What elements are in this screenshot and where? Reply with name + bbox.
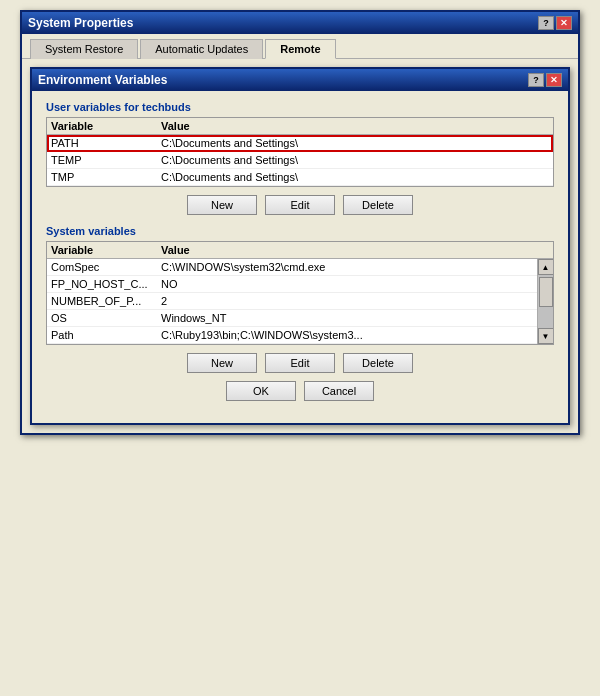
scroll-up-arrow[interactable]: ▲ xyxy=(538,259,554,275)
sys-row-2-var: NUMBER_OF_P... xyxy=(51,295,161,307)
sys-row-2-val: 2 xyxy=(161,295,533,307)
tab-system-restore[interactable]: System Restore xyxy=(30,39,138,59)
inner-dialog-title: Environment Variables xyxy=(38,73,167,87)
outer-title-area: System Properties xyxy=(28,16,133,30)
system-edit-button[interactable]: Edit xyxy=(265,353,335,373)
outer-help-button[interactable]: ? xyxy=(538,16,554,30)
cancel-button[interactable]: Cancel xyxy=(304,381,374,401)
tab-remote[interactable]: Remote xyxy=(265,39,335,59)
user-row-1-var: TEMP xyxy=(51,154,161,166)
user-row-2-var: TMP xyxy=(51,171,161,183)
outer-titlebar-buttons: ? ✕ xyxy=(538,16,572,30)
user-section-label: User variables for techbuds xyxy=(46,101,554,113)
scroll-track[interactable] xyxy=(538,275,554,328)
tab-automatic-updates[interactable]: Automatic Updates xyxy=(140,39,263,59)
user-table-rows: PATH C:\Documents and Settings\ TEMP C:\… xyxy=(47,135,553,186)
system-new-button[interactable]: New xyxy=(187,353,257,373)
system-table-content: ComSpec C:\WINDOWS\system32\cmd.exe FP_N… xyxy=(47,259,537,344)
table-row[interactable]: Path C:\Ruby193\bin;C:\WINDOWS\system3..… xyxy=(47,327,537,344)
user-delete-button[interactable]: Delete xyxy=(343,195,413,215)
inner-help-button[interactable]: ? xyxy=(528,73,544,87)
inner-content: User variables for techbuds Variable Val… xyxy=(32,91,568,423)
footer-btn-row: OK Cancel xyxy=(46,373,554,409)
scroll-down-arrow[interactable]: ▼ xyxy=(538,328,554,344)
table-row[interactable]: PATH C:\Documents and Settings\ xyxy=(47,135,553,152)
user-btn-row: New Edit Delete xyxy=(46,195,554,215)
outer-content: Environment Variables ? ✕ User variables… xyxy=(22,59,578,433)
user-val-col-header: Value xyxy=(161,120,549,132)
user-row-0-val: C:\Documents and Settings\ xyxy=(161,137,549,149)
inner-close-button[interactable]: ✕ xyxy=(546,73,562,87)
user-row-1-val: C:\Documents and Settings\ xyxy=(161,154,549,166)
table-row[interactable]: OS Windows_NT xyxy=(47,310,537,327)
sys-row-4-val: C:\Ruby193\bin;C:\WINDOWS\system3... xyxy=(161,329,533,341)
inner-titlebar: Environment Variables ? ✕ xyxy=(32,69,568,91)
user-new-button[interactable]: New xyxy=(187,195,257,215)
scroll-thumb[interactable] xyxy=(539,277,553,307)
table-row[interactable]: FP_NO_HOST_C... NO xyxy=(47,276,537,293)
user-row-2-val: C:\Documents and Settings\ xyxy=(161,171,549,183)
inner-titlebar-buttons: ? ✕ xyxy=(528,73,562,87)
user-var-col-header: Variable xyxy=(51,120,161,132)
outer-tabs: System Restore Automatic Updates Remote xyxy=(22,34,578,59)
sys-row-1-var: FP_NO_HOST_C... xyxy=(51,278,161,290)
outer-close-button[interactable]: ✕ xyxy=(556,16,572,30)
sys-row-4-var: Path xyxy=(51,329,161,341)
system-section-label: System variables xyxy=(46,225,554,237)
outer-titlebar: System Properties ? ✕ xyxy=(22,12,578,34)
sys-var-col-header: Variable xyxy=(51,244,161,256)
system-btn-row: New Edit Delete xyxy=(46,353,554,373)
user-row-0-var: PATH xyxy=(51,137,161,149)
sys-row-3-val: Windows_NT xyxy=(161,312,533,324)
user-variables-table: Variable Value PATH C:\Documents and Set… xyxy=(46,117,554,187)
system-table-wrapper: ComSpec C:\WINDOWS\system32\cmd.exe FP_N… xyxy=(47,259,553,344)
sys-row-0-val: C:\WINDOWS\system32\cmd.exe xyxy=(161,261,533,273)
table-row[interactable]: NUMBER_OF_P... 2 xyxy=(47,293,537,310)
sys-row-0-var: ComSpec xyxy=(51,261,161,273)
sys-row-3-var: OS xyxy=(51,312,161,324)
system-variables-table: Variable Value ComSpec C:\WINDOWS\system… xyxy=(46,241,554,345)
user-edit-button[interactable]: Edit xyxy=(265,195,335,215)
outer-window-title: System Properties xyxy=(28,16,133,30)
sys-val-col-header: Value xyxy=(161,244,549,256)
system-delete-button[interactable]: Delete xyxy=(343,353,413,373)
ok-button[interactable]: OK xyxy=(226,381,296,401)
environment-variables-dialog: Environment Variables ? ✕ User variables… xyxy=(30,67,570,425)
system-properties-window: System Properties ? ✕ System Restore Aut… xyxy=(20,10,580,435)
user-table-header: Variable Value xyxy=(47,118,553,135)
system-scrollbar[interactable]: ▲ ▼ xyxy=(537,259,553,344)
system-table-header: Variable Value xyxy=(47,242,553,259)
table-row[interactable]: TEMP C:\Documents and Settings\ xyxy=(47,152,553,169)
table-row[interactable]: TMP C:\Documents and Settings\ xyxy=(47,169,553,186)
table-row[interactable]: ComSpec C:\WINDOWS\system32\cmd.exe xyxy=(47,259,537,276)
sys-row-1-val: NO xyxy=(161,278,533,290)
